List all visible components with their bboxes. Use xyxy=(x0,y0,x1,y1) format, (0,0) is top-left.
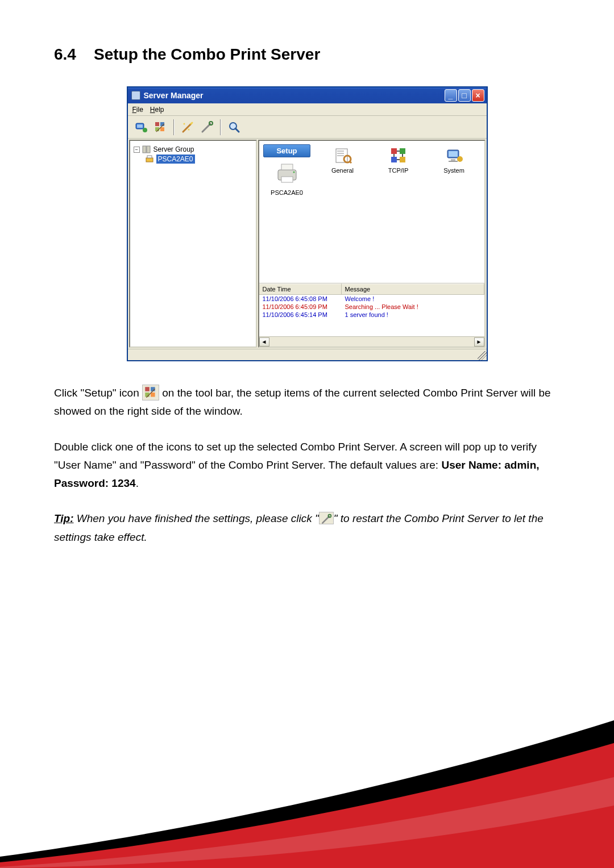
inline-restart-icon xyxy=(319,512,334,524)
setup-badge: Setup xyxy=(263,144,310,157)
menu-file[interactable]: File xyxy=(132,106,143,114)
toolbar-status-icon[interactable] xyxy=(132,119,150,136)
svg-rect-13 xyxy=(146,158,153,162)
tcpip-icon xyxy=(389,147,408,165)
log-row: 11/10/2006 6:45:09 PM Searching ... Plea… xyxy=(259,303,484,311)
svg-rect-22 xyxy=(400,148,405,154)
printer-node-icon xyxy=(145,155,154,164)
scroll-right-button[interactable]: ► xyxy=(474,337,484,347)
svg-rect-6 xyxy=(160,127,164,131)
app-icon xyxy=(131,91,140,100)
svg-rect-27 xyxy=(451,159,455,161)
log-col-datetime[interactable]: Date Time xyxy=(259,283,342,295)
svg-rect-30 xyxy=(145,387,150,391)
tree-root[interactable]: − Server Group xyxy=(134,144,252,155)
section-heading: 6.4Setup the Combo Print Server xyxy=(54,45,560,64)
close-button[interactable]: × xyxy=(472,89,484,102)
tree-root-label: Server Group xyxy=(154,145,194,153)
scroll-left-button[interactable]: ◄ xyxy=(259,337,269,347)
toolbar xyxy=(128,116,487,139)
svg-rect-26 xyxy=(449,151,458,157)
log-row: 11/10/2006 6:45:08 PM Welcome ! xyxy=(259,295,484,303)
statusbar xyxy=(128,349,487,360)
svg-rect-28 xyxy=(449,161,458,162)
svg-rect-14 xyxy=(147,156,152,158)
log-msg: 1 server found ! xyxy=(342,311,484,319)
log-dt: 11/10/2006 6:45:09 PM xyxy=(259,303,342,311)
monitor-icon xyxy=(134,120,148,134)
wand-restart-icon xyxy=(200,120,214,134)
toolbar-separator-2 xyxy=(220,119,221,135)
svg-point-2 xyxy=(143,128,147,132)
footer-decoration xyxy=(0,686,614,868)
paragraph-1: Click "Setup" icon on the tool bar, the … xyxy=(54,384,560,421)
paragraph-2: Double click one of the icons to set up … xyxy=(54,438,560,493)
menubar: File Help xyxy=(128,103,487,116)
section-title: Setup the Combo Print Server xyxy=(94,45,320,63)
toolbar-search-icon[interactable] xyxy=(226,119,243,136)
wand-restart-icon xyxy=(320,514,333,525)
system-label: System xyxy=(443,167,464,174)
server-group-icon xyxy=(142,145,151,154)
tcpip-label: TCP/IP xyxy=(388,167,408,174)
tip-paragraph: Tip: When you have finished the settings… xyxy=(54,510,560,546)
maximize-button[interactable]: □ xyxy=(458,89,471,102)
svg-rect-21 xyxy=(391,148,397,154)
tip-label: Tip: xyxy=(54,512,73,524)
horizontal-scrollbar[interactable]: ◄ ► xyxy=(259,336,484,347)
setup-printer-item[interactable]: Setup PSCA2AE0 xyxy=(265,144,309,196)
menu-help[interactable]: Help xyxy=(150,106,164,114)
printer-label: PSCA2AE0 xyxy=(271,189,303,196)
log-panel: Date Time Message 11/10/2006 6:45:08 PM … xyxy=(259,283,484,347)
log-col-message[interactable]: Message xyxy=(342,283,484,295)
tree-child-label: PSCA2AE0 xyxy=(156,155,195,164)
svg-point-7 xyxy=(183,123,185,124)
svg-rect-12 xyxy=(147,146,150,153)
log-dt: 11/10/2006 6:45:08 PM xyxy=(259,295,342,303)
resize-grip-icon[interactable] xyxy=(478,351,487,360)
toolbar-setup-icon[interactable] xyxy=(152,119,169,136)
magnifier-icon xyxy=(227,120,241,134)
titlebar: Server Manager _ □ × xyxy=(128,87,487,103)
log-msg: Welcome ! xyxy=(342,295,484,303)
minimize-button[interactable]: _ xyxy=(445,89,457,102)
svg-point-8 xyxy=(188,128,189,130)
log-row: 11/10/2006 6:45:14 PM 1 server found ! xyxy=(259,311,484,319)
svg-rect-23 xyxy=(391,157,397,162)
wand-icon xyxy=(181,120,194,134)
svg-rect-17 xyxy=(281,177,293,182)
svg-rect-33 xyxy=(151,393,155,397)
svg-rect-11 xyxy=(143,146,146,153)
general-icon xyxy=(334,147,352,165)
log-dt: 11/10/2006 6:45:14 PM xyxy=(259,311,342,319)
general-item[interactable]: General xyxy=(321,147,365,174)
server-manager-window: Server Manager _ □ × File Help xyxy=(127,86,488,361)
window-title: Server Manager xyxy=(144,91,204,100)
gear-grid-icon xyxy=(154,120,167,134)
right-panel: Setup PSCA2AE0 General xyxy=(258,140,486,348)
log-msg: Searching ... Please Wait ! xyxy=(342,303,484,311)
svg-rect-24 xyxy=(400,157,405,162)
system-icon xyxy=(445,147,463,165)
printer-icon xyxy=(273,160,301,187)
tree-panel: − Server Group PSCA2AE0 xyxy=(129,140,257,348)
gear-grid-icon xyxy=(143,385,159,400)
general-label: General xyxy=(331,167,354,174)
tree-collapse-icon[interactable]: − xyxy=(134,147,140,153)
svg-point-29 xyxy=(457,156,463,162)
svg-rect-3 xyxy=(155,122,159,126)
tree-child[interactable]: PSCA2AE0 xyxy=(145,155,252,164)
svg-rect-16 xyxy=(281,164,293,170)
section-number: 6.4 xyxy=(54,45,94,64)
system-item[interactable]: System xyxy=(432,147,476,174)
svg-rect-1 xyxy=(137,124,143,128)
tcpip-item[interactable]: TCP/IP xyxy=(376,147,421,174)
toolbar-wizard-icon[interactable] xyxy=(179,119,196,136)
toolbar-restart-icon[interactable] xyxy=(198,119,215,136)
toolbar-separator xyxy=(173,119,175,135)
inline-setup-icon xyxy=(142,385,159,400)
svg-point-18 xyxy=(293,172,294,173)
